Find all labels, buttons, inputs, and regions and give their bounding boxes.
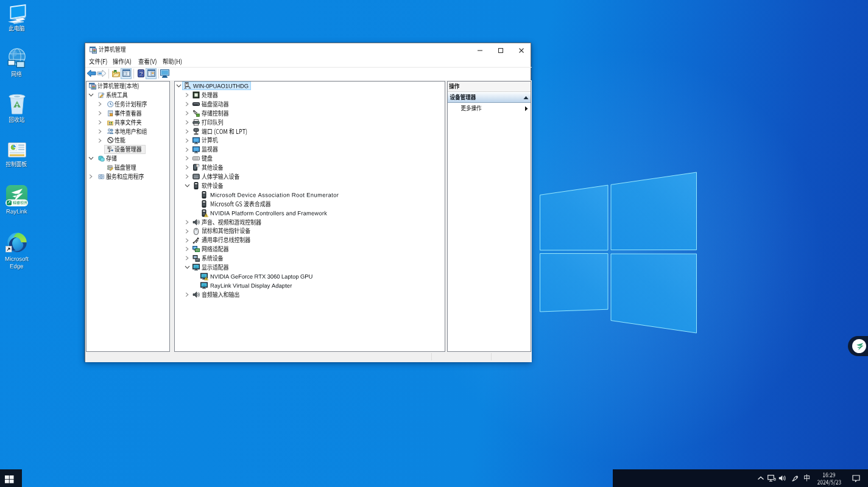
svg-text:?: ? (197, 164, 199, 167)
svg-text:?: ? (139, 71, 142, 77)
